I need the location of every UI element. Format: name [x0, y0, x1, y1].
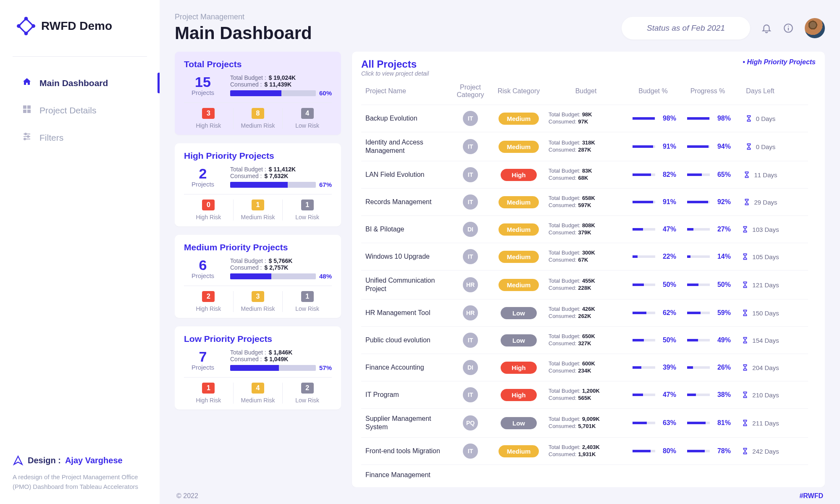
- nav-icon: [22, 104, 32, 116]
- table-row[interactable]: IT ProgramITHighTotal Budget:1,200KConsu…: [361, 381, 808, 408]
- project-name: IT Program: [361, 391, 449, 399]
- summary-card-1[interactable]: High Priority Projects2ProjectsTotal Bud…: [175, 143, 341, 226]
- risk-label: High Risk: [184, 122, 233, 129]
- pct-cell: 94%: [680, 143, 735, 150]
- progress-bar: 48%: [230, 273, 332, 280]
- sidebar-footer: Design : Ajay Varghese A redesign of the…: [13, 454, 147, 491]
- days-cell: 242 Days: [735, 447, 785, 455]
- project-name: Identity and Access Management: [361, 138, 449, 155]
- summary-column: Total Projects15ProjectsTotal Budget :$ …: [175, 52, 341, 487]
- category-cell: IT: [449, 444, 491, 459]
- budget-cell: Total Budget:98KConsumed:97K: [546, 111, 626, 126]
- project-name: Windows 10 Upgrade: [361, 252, 449, 261]
- budget-cell: Total Budget:1,200KConsumed:565K: [546, 388, 626, 402]
- category-pill: IT: [463, 249, 478, 264]
- risk-cell: Medium: [491, 279, 546, 291]
- hourglass-icon: [741, 447, 749, 455]
- column-header[interactable]: Days Left: [735, 87, 785, 95]
- table-row[interactable]: Public cloud evolutionITLowTotal Budget:…: [361, 326, 808, 354]
- days-cell: 150 Days: [735, 309, 785, 317]
- category-cell: HR: [449, 305, 491, 320]
- project-name: Unified Communication Project: [361, 276, 449, 293]
- table-row[interactable]: Front-end tools MigrationITMediumTotal B…: [361, 437, 808, 465]
- days-cell: 211 Days: [735, 419, 785, 427]
- breadcrumb: Project Management: [175, 13, 312, 21]
- table-rows[interactable]: Backup EvolutionITMediumTotal Budget:98K…: [361, 105, 816, 487]
- category-pill: IT: [463, 333, 478, 348]
- progress-bar: 57%: [230, 364, 332, 371]
- days-cell: 105 Days: [735, 253, 785, 260]
- risk-cell: Medium: [491, 141, 546, 153]
- risk-cell: Medium: [491, 223, 546, 236]
- high-priority-link[interactable]: High Priority Projects: [743, 58, 816, 66]
- project-name: Public cloud evolution: [361, 336, 449, 344]
- table-row[interactable]: Finance Management: [361, 465, 808, 485]
- footer-tag: #RWFD: [799, 492, 823, 500]
- card-body: 7ProjectsTotal Budget :$ 1,846KConsumed …: [184, 349, 332, 371]
- column-header[interactable]: Budget: [546, 87, 626, 95]
- column-header[interactable]: Risk Category: [491, 87, 546, 95]
- svg-rect-5: [23, 105, 26, 109]
- risk-label: Low Risk: [283, 214, 332, 220]
- table-row[interactable]: Unified Communication ProjectHRMediumTot…: [361, 270, 808, 299]
- risk-cell-low: 4Low Risk: [282, 108, 332, 129]
- project-count: 7Projects: [184, 349, 222, 371]
- table-row[interactable]: Identity and Access ManagementITMediumTo…: [361, 132, 808, 161]
- pct-cell: 63%: [626, 419, 680, 427]
- risk-cell: High: [491, 389, 546, 401]
- days-cell: 0 Days: [735, 143, 785, 150]
- table-row[interactable]: HR Management ToolHRLowTotal Budget:426K…: [361, 299, 808, 326]
- column-header[interactable]: Project Name: [361, 87, 449, 95]
- table-row[interactable]: Supplier Management SystemPQLowTotal Bud…: [361, 408, 808, 437]
- project-name: LAN Field Evolution: [361, 171, 449, 179]
- risk-cell: Low: [491, 417, 546, 429]
- summary-card-2[interactable]: Medium Priority Projects6ProjectsTotal B…: [175, 235, 341, 318]
- table-row[interactable]: BI & PilotageDIMediumTotal Budget:808KCo…: [361, 215, 808, 243]
- sidebar-item-project-details[interactable]: Project Details: [13, 97, 147, 124]
- summary-card-3[interactable]: Low Priority Projects7ProjectsTotal Budg…: [175, 326, 341, 410]
- risk-row: 0High Risk1Medium Risk1Low Risk: [184, 194, 332, 220]
- table-row[interactable]: Finance AccountingDIHighTotal Budget:600…: [361, 354, 808, 381]
- days-cell: 29 Days: [735, 198, 785, 206]
- risk-row: 3High Risk8Medium Risk4Low Risk: [184, 102, 332, 129]
- days-cell: 204 Days: [735, 364, 785, 371]
- risk-pill: Medium: [499, 251, 539, 263]
- card-title: High Priority Projects: [184, 151, 332, 161]
- risk-badge: 1: [202, 383, 215, 394]
- risk-badge: 3: [202, 108, 215, 119]
- sidebar-item-main-dashboard[interactable]: Main Dashboard: [13, 69, 147, 97]
- table-row[interactable]: Backup EvolutionITMediumTotal Budget:98K…: [361, 105, 808, 132]
- summary-card-0[interactable]: Total Projects15ProjectsTotal Budget :$ …: [175, 52, 341, 135]
- risk-pill: Low: [501, 334, 537, 346]
- risk-pill: High: [501, 362, 537, 374]
- risk-pill: Medium: [499, 113, 539, 125]
- nav-label: Main Dashboard: [39, 78, 108, 88]
- column-header[interactable]: Budget %: [626, 87, 680, 95]
- pct-cell: 91%: [626, 198, 680, 206]
- risk-cell-med: 3Medium Risk: [233, 291, 283, 312]
- design-label: Design :: [28, 454, 61, 467]
- status-pill[interactable]: Status as of Feb 2021: [622, 17, 750, 39]
- avatar[interactable]: [805, 18, 825, 38]
- category-pill: IT: [463, 194, 478, 210]
- pct-cell: 47%: [626, 391, 680, 399]
- table-row[interactable]: Windows 10 UpgradeITMediumTotal Budget:3…: [361, 243, 808, 270]
- svg-point-4: [17, 24, 21, 28]
- svg-rect-7: [23, 110, 26, 113]
- table-row[interactable]: LAN Field EvolutionITHighTotal Budget:83…: [361, 161, 808, 188]
- sidebar-item-filters[interactable]: Filters: [13, 124, 147, 151]
- table-row[interactable]: Records ManagementITMediumTotal Budget:6…: [361, 188, 808, 215]
- svg-point-1: [24, 17, 28, 21]
- project-name: BI & Pilotage: [361, 225, 449, 234]
- logo[interactable]: RWFD Demo: [13, 17, 147, 35]
- risk-pill: Low: [501, 307, 537, 319]
- column-header[interactable]: Project Category: [449, 84, 491, 99]
- content-row: Total Projects15ProjectsTotal Budget :$ …: [175, 52, 825, 487]
- column-header[interactable]: Progress %: [680, 87, 735, 95]
- card-title: Total Projects: [184, 59, 332, 69]
- info-icon[interactable]: [783, 23, 794, 34]
- risk-badge: 3: [252, 291, 264, 302]
- bell-icon[interactable]: [761, 23, 772, 34]
- table-header: All Projects Click to view project detai…: [361, 58, 816, 77]
- risk-label: High Risk: [184, 397, 233, 404]
